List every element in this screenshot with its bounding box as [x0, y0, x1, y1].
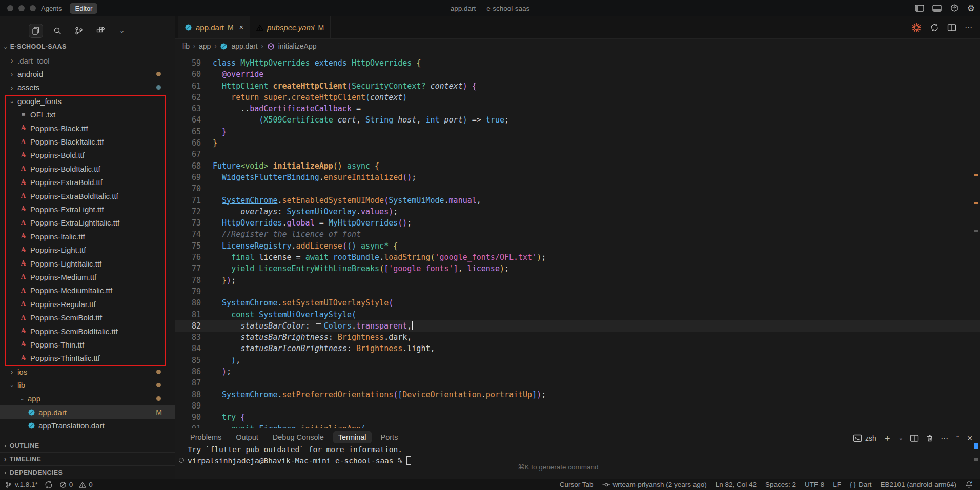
- tree-item-Poppins-BlackItalic.ttf[interactable]: A̶Poppins-BlackItalic.ttf: [0, 135, 175, 148]
- code-line-70[interactable]: 70: [175, 183, 980, 194]
- traffic-lights[interactable]: [7, 5, 36, 11]
- status-0[interactable]: 0: [79, 481, 93, 488]
- code-line-83[interactable]: 83 statusBarBrightness: Brightness.dark,: [175, 332, 980, 343]
- line-number[interactable]: 72: [175, 206, 201, 217]
- chevron-down-icon[interactable]: ⌄: [899, 435, 903, 441]
- section-dependencies[interactable]: ›DEPENDENCIES: [0, 465, 175, 479]
- breadcrumb-item[interactable]: app.dart: [231, 42, 257, 50]
- code-line-86[interactable]: 86 );: [175, 366, 980, 377]
- breadcrumb-item[interactable]: initializeApp: [278, 42, 317, 50]
- mode-tab-editor[interactable]: Editor: [70, 3, 97, 14]
- code-line-62[interactable]: 62 return super.createHttpClient(context…: [175, 92, 980, 103]
- tree-item-OFL.txt[interactable]: ≡OFL.txt: [0, 108, 175, 121]
- code-line-73[interactable]: 73 HttpOverrides.global = MyHttpOverride…: [175, 217, 980, 229]
- code-line-60[interactable]: 60 @override: [175, 69, 980, 80]
- line-number[interactable]: 71: [175, 195, 201, 206]
- status-utf-8[interactable]: UTF-8: [805, 481, 824, 488]
- line-number[interactable]: 84: [175, 343, 201, 354]
- tree-item-Poppins-MediumItalic.ttf[interactable]: A̶Poppins-MediumItalic.ttf: [0, 284, 175, 297]
- tree-item-Poppins-Black.ttf[interactable]: A̶Poppins-Black.ttf: [0, 121, 175, 135]
- code-line-75[interactable]: 75 LicenseRegistry.addLicense(() async* …: [175, 240, 980, 252]
- line-number[interactable]: 66: [175, 137, 201, 149]
- tree-item-google_fonts[interactable]: ⌄google_fonts: [0, 94, 175, 108]
- status-0[interactable]: 0: [59, 481, 73, 488]
- code-line-79[interactable]: 79: [175, 286, 980, 297]
- line-number[interactable]: 78: [175, 275, 201, 286]
- code-line-71[interactable]: 71 SystemChrome.setEnabledSystemUIMode(S…: [175, 195, 980, 206]
- code-line-63[interactable]: 63 ..badCertificateCallback =: [175, 103, 980, 114]
- tree-item-Poppins-ThinItalic.ttf[interactable]: A̶Poppins-ThinItalic.ttf: [0, 352, 175, 365]
- tree-item-Poppins-LightItalic.ttf[interactable]: A̶Poppins-LightItalic.ttf: [0, 257, 175, 270]
- line-number[interactable]: 60: [175, 69, 201, 80]
- color-swatch[interactable]: [316, 323, 321, 329]
- close-window-icon[interactable]: [7, 5, 13, 11]
- code-line-76[interactable]: 76 final license = await rootBundle.load…: [175, 252, 980, 263]
- tree-item-app[interactable]: ⌄app: [0, 392, 175, 405]
- code-line-88[interactable]: 88 SystemChrome.setPreferredOrientations…: [175, 389, 980, 400]
- maximize-window-icon[interactable]: [30, 5, 36, 11]
- minimize-window-icon[interactable]: [18, 5, 25, 11]
- layout-panel-icon[interactable]: [932, 4, 942, 12]
- code-line-66[interactable]: 66}: [175, 137, 980, 149]
- status-ln-82-col-42[interactable]: Ln 82, Col 42: [716, 481, 757, 488]
- line-number[interactable]: 83: [175, 332, 201, 343]
- status-sync[interactable]: [44, 480, 53, 489]
- split-editor-icon[interactable]: [947, 24, 956, 32]
- close-tab-icon[interactable]: ×: [239, 23, 243, 31]
- line-number[interactable]: 88: [175, 389, 201, 400]
- code-line-68[interactable]: 68Future<void> initializeApp() async {: [175, 160, 980, 172]
- code-line-61[interactable]: 61 HttpClient createHttpClient(SecurityC…: [175, 80, 980, 92]
- tree-item-assets[interactable]: ›assets: [0, 81, 175, 94]
- editor-tab-pubspec.yaml[interactable]: pubspec.yamlM: [250, 16, 331, 38]
- status-dart[interactable]: { }Dart: [850, 481, 871, 488]
- code-line-81[interactable]: 81 const SystemUiOverlayStyle(: [175, 309, 980, 320]
- line-number[interactable]: 70: [175, 183, 201, 194]
- code-line-87[interactable]: 87: [175, 377, 980, 389]
- shell-selector[interactable]: zsh: [853, 434, 876, 442]
- source-control-button[interactable]: [72, 24, 86, 38]
- code-line-72[interactable]: 72 overlays: SystemUiOverlay.values);: [175, 206, 980, 217]
- status-wrteam-priyansh-2-years-ago[interactable]: wrteam-priyansh (2 years ago): [602, 481, 707, 488]
- flutter-burst-icon[interactable]: [911, 23, 922, 33]
- tree-item-Poppins-Bold.ttf[interactable]: A̶Poppins-Bold.ttf: [0, 149, 175, 162]
- mode-tab-agents[interactable]: Agents: [36, 3, 67, 14]
- status-lf[interactable]: LF: [833, 481, 841, 488]
- more-icon[interactable]: ⋯: [965, 23, 973, 32]
- terminal-output[interactable]: Try `flutter pub outdated` for more info…: [188, 444, 411, 466]
- code-line-91[interactable]: 91 await Firebase.initializeApp(: [175, 423, 980, 428]
- panel-tab-terminal[interactable]: Terminal: [333, 431, 372, 443]
- code-line-89[interactable]: 89: [175, 400, 980, 412]
- line-number[interactable]: 77: [175, 263, 201, 274]
- layout-sidebar-icon[interactable]: [915, 4, 924, 12]
- panel-tab-ports[interactable]: Ports: [376, 431, 403, 443]
- tree-item-ios[interactable]: ›ios: [0, 365, 175, 378]
- line-number[interactable]: 73: [175, 217, 201, 229]
- line-number[interactable]: 75: [175, 240, 201, 252]
- tree-item-Poppins-SemiBoldItalic.ttf[interactable]: A̶Poppins-SemiBoldItalic.ttf: [0, 324, 175, 338]
- more-icon[interactable]: ⋯: [941, 434, 949, 443]
- code-line-82[interactable]: 82 statusBarColor: Colors.transparent,: [175, 320, 980, 332]
- extensions-button[interactable]: [93, 24, 108, 38]
- chevron-up-icon[interactable]: ⌃: [955, 435, 960, 441]
- tree-item-Poppins-ExtraLight.ttf[interactable]: A̶Poppins-ExtraLight.ttf: [0, 202, 175, 216]
- line-number[interactable]: 69: [175, 172, 201, 183]
- status-bell[interactable]: [965, 481, 973, 488]
- code-line-78[interactable]: 78 });: [175, 275, 980, 286]
- tree-item-Poppins-Italic.ttf[interactable]: A̶Poppins-Italic.ttf: [0, 230, 175, 243]
- code-line-84[interactable]: 84 statusBarIconBrightness: Brightness.l…: [175, 343, 980, 354]
- sync-icon[interactable]: [930, 23, 939, 32]
- line-number[interactable]: 68: [175, 160, 201, 172]
- status-eb2101-android-arm64[interactable]: EB2101 (android-arm64): [880, 481, 956, 488]
- cube-icon[interactable]: [950, 4, 959, 13]
- editor-tab-app.dart[interactable]: app.dartM×: [178, 16, 250, 38]
- tree-item-android[interactable]: ›android: [0, 67, 175, 80]
- code-line-69[interactable]: 69 WidgetsFlutterBinding.ensureInitializ…: [175, 172, 980, 183]
- tree-item-Poppins-SemiBold.ttf[interactable]: A̶Poppins-SemiBold.ttf: [0, 311, 175, 324]
- panel-tab-debug-console[interactable]: Debug Console: [268, 431, 329, 443]
- tree-item-Poppins-ExtraLightItalic.ttf[interactable]: A̶Poppins-ExtraLightItalic.ttf: [0, 216, 175, 230]
- code-line-67[interactable]: 67: [175, 149, 980, 160]
- section-timeline[interactable]: ›TIMELINE: [0, 452, 175, 465]
- line-number[interactable]: 91: [175, 423, 201, 428]
- status-spaces-2[interactable]: Spaces: 2: [765, 481, 796, 488]
- line-number[interactable]: 62: [175, 92, 201, 103]
